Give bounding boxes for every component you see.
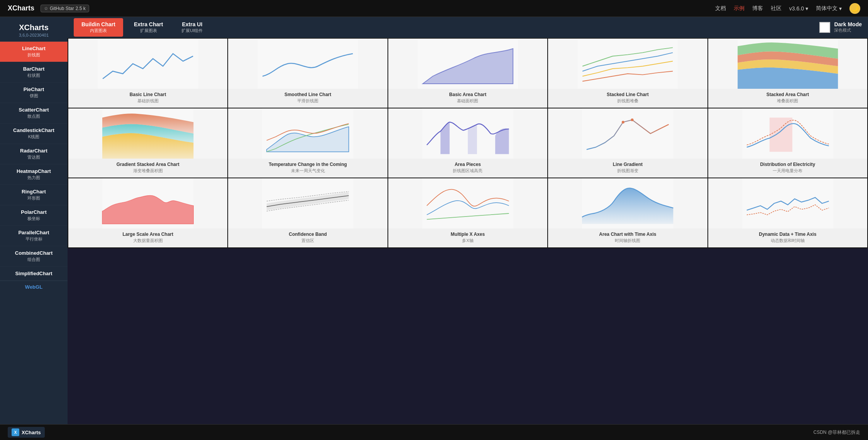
- dark-mode-labels: Dark Mode 深色模式: [834, 21, 862, 33]
- chevron-down-icon: ▾: [805, 5, 808, 12]
- chart-svg-gradient-stacked: [68, 108, 227, 159]
- sidebar: XCharts 3,6,0-20230401 LineChart 折线图 Bar…: [0, 17, 68, 440]
- bottom-bar: X XCharts CSDN @菲林都已拆走: [0, 424, 868, 440]
- sidebar-item-simplifiedchart[interactable]: SimplifiedChart: [0, 267, 68, 281]
- svg-rect-1: [258, 39, 358, 89]
- chart-preview-area-pieces: [388, 108, 547, 159]
- sidebar-item-ringchart[interactable]: RingChart 环形图: [0, 185, 68, 205]
- chart-svg-temperature: [228, 108, 387, 159]
- chart-info-line-gradient: Line Gradient 折线图渐变: [548, 159, 707, 178]
- theme-toggle-button[interactable]: 🌙: [849, 3, 860, 14]
- star-icon: ☆: [44, 6, 48, 11]
- chart-svg-multiple-x: [388, 178, 547, 228]
- sidebar-title: XCharts: [5, 23, 63, 32]
- sidebar-item-scatterchart[interactable]: ScatterChart 散点图: [0, 103, 68, 124]
- sidebar-item-parallelchart[interactable]: ParallelChart 平行坐标: [0, 226, 68, 246]
- chart-svg-basic-line: [68, 39, 227, 89]
- main-layout: XCharts 3,6,0-20230401 LineChart 折线图 Bar…: [0, 17, 868, 440]
- sidebar-item-radarchart[interactable]: RadarChart 雷达图: [0, 144, 68, 164]
- chart-preview-line-gradient: [548, 108, 707, 159]
- chart-grid: Basic Line Chart 基础折线图 Smoothed Line Cha…: [68, 38, 868, 248]
- chart-card-line-gradient[interactable]: Line Gradient 折线图渐变: [548, 108, 707, 178]
- chart-card-area-pieces[interactable]: Area Pieces 折线图区域高亮: [388, 108, 547, 178]
- chart-card-smoothed-line[interactable]: Smoothed Line Chart 平滑折线图: [228, 39, 387, 108]
- version-label: v3.6.0: [789, 5, 804, 12]
- chart-card-multiple-x[interactable]: Multiple X Axes 多X轴: [388, 178, 547, 247]
- github-star-button[interactable]: ☆ GitHub Star 2.5 k: [41, 5, 89, 12]
- chart-svg-line-gradient: [548, 108, 707, 159]
- chart-card-temperature[interactable]: Temperature Change in the Coming 未来一周天气变…: [228, 108, 387, 178]
- chart-info-electricity: Distribution of Electricity 一天用电量分布: [708, 159, 867, 178]
- sidebar-version: 3,6,0-20230401: [5, 33, 63, 37]
- chart-preview-basic-area: [388, 39, 547, 89]
- chart-info-basic-area: Basic Area Chart 基础面积图: [388, 89, 547, 108]
- csdn-label: CSDN @菲林都已拆走: [813, 429, 860, 436]
- chart-card-stacked-line[interactable]: Stacked Line Chart 折线图堆叠: [548, 39, 707, 108]
- nav-community[interactable]: 社区: [771, 5, 782, 12]
- dark-mode-checkbox[interactable]: [819, 22, 830, 33]
- chart-info-smoothed-line: Smoothed Line Chart 平滑折线图: [228, 89, 387, 108]
- chart-info-area-pieces: Area Pieces 折线图区域高亮: [388, 159, 547, 178]
- chart-preview-electricity: [708, 108, 867, 159]
- chart-svg-dynamic-time: [708, 178, 867, 228]
- chart-info-basic-line: Basic Line Chart 基础折线图: [68, 89, 227, 108]
- chart-card-basic-area[interactable]: Basic Area Chart 基础面积图: [388, 39, 547, 108]
- webgl-badge: WebGL: [0, 281, 68, 293]
- chart-info-stacked-area: Stacked Area Chart 堆叠面积图: [708, 89, 867, 108]
- chart-info-multiple-x: Multiple X Axes 多X轴: [388, 228, 547, 247]
- brand-icon: X: [12, 428, 19, 436]
- tab-bar: Buildin Chart 内置图表 Extra Chart 扩展图表 Extr…: [68, 17, 868, 38]
- chart-preview-time-axis: [548, 178, 707, 228]
- version-dropdown[interactable]: v3.6.0 ▾: [789, 5, 808, 12]
- chart-card-time-axis[interactable]: Area Chart with Time Axis 时间轴折线图: [548, 178, 707, 247]
- sidebar-item-barchart[interactable]: BarChart 柱状图: [0, 62, 68, 83]
- brand-label: XCharts: [22, 430, 41, 435]
- sidebar-item-candlestickchart[interactable]: CandlestickChart K线图: [0, 124, 68, 144]
- chart-svg-smoothed-line: [228, 39, 387, 89]
- sidebar-item-linechart[interactable]: LineChart 折线图: [0, 42, 68, 62]
- chart-card-gradient-stacked[interactable]: Gradient Stacked Area Chart 渐变堆叠面积图: [68, 108, 227, 178]
- sidebar-item-polarchart[interactable]: PolarChart 极坐标: [0, 205, 68, 226]
- chart-svg-stacked-line: [548, 39, 707, 89]
- tab-extra-chart[interactable]: Extra Chart 扩展图表: [126, 18, 171, 37]
- top-navigation: XCharts ☆ GitHub Star 2.5 k 文档 示例 博客 社区 …: [0, 0, 868, 17]
- chart-svg-electricity: [708, 108, 867, 159]
- tab-extra-ui[interactable]: Extra UI 扩展UI组件: [174, 18, 210, 37]
- chart-card-stacked-area[interactable]: Stacked Area Chart 堆叠面积图: [708, 39, 867, 108]
- nav-examples[interactable]: 示例: [734, 5, 744, 12]
- chart-svg-area-pieces: [388, 108, 547, 159]
- nav-blog[interactable]: 博客: [752, 5, 763, 12]
- language-label: 简体中文: [816, 5, 838, 12]
- chart-info-temperature: Temperature Change in the Coming 未来一周天气变…: [228, 159, 387, 178]
- svg-point-10: [631, 118, 634, 121]
- webgl-label: WebGL: [25, 284, 42, 290]
- svg-rect-12: [770, 118, 792, 152]
- chart-card-dynamic-time[interactable]: Dynamic Data + Time Axis 动态数据和时间轴: [708, 178, 867, 247]
- sidebar-item-piechart[interactable]: PieChart 饼图: [0, 83, 68, 103]
- chart-card-large-scale[interactable]: Large Scale Area Chart 大数据量面积图: [68, 178, 227, 247]
- chart-svg-time-axis: [548, 178, 707, 228]
- sidebar-item-heatmapchart[interactable]: HeatmapChart 热力图: [0, 164, 68, 185]
- nav-docs[interactable]: 文档: [715, 5, 726, 12]
- chevron-down-icon-lang: ▾: [839, 5, 842, 12]
- chart-preview-large-scale: [68, 178, 227, 228]
- sidebar-header: XCharts 3,6,0-20230401: [0, 17, 68, 42]
- content-area: Buildin Chart 内置图表 Extra Chart 扩展图表 Extr…: [68, 17, 868, 440]
- chart-info-time-axis: Area Chart with Time Axis 时间轴折线图: [548, 228, 707, 247]
- chart-info-confidence-band: Confidence Band 置信区: [228, 228, 387, 247]
- dark-mode-toggle[interactable]: Dark Mode 深色模式: [819, 21, 862, 33]
- sidebar-item-combinedchart[interactable]: CombinedChart 组合图: [0, 246, 68, 267]
- chart-svg-basic-area: [388, 39, 547, 89]
- logo: XCharts: [8, 4, 34, 12]
- chart-preview-confidence-band: [228, 178, 387, 228]
- chart-svg-confidence-band: [228, 178, 387, 228]
- chart-info-stacked-line: Stacked Line Chart 折线图堆叠: [548, 89, 707, 108]
- chart-info-dynamic-time: Dynamic Data + Time Axis 动态数据和时间轴: [708, 228, 867, 247]
- tab-buildin-chart[interactable]: Buildin Chart 内置图表: [74, 18, 123, 37]
- chart-card-confidence-band[interactable]: Confidence Band 置信区: [228, 178, 387, 247]
- chart-card-basic-line[interactable]: Basic Line Chart 基础折线图: [68, 39, 227, 108]
- chart-preview-stacked-line: [548, 39, 707, 89]
- language-dropdown[interactable]: 简体中文 ▾: [816, 5, 842, 12]
- chart-info-large-scale: Large Scale Area Chart 大数据量面积图: [68, 228, 227, 247]
- chart-card-electricity[interactable]: Distribution of Electricity 一天用电量分布: [708, 108, 867, 178]
